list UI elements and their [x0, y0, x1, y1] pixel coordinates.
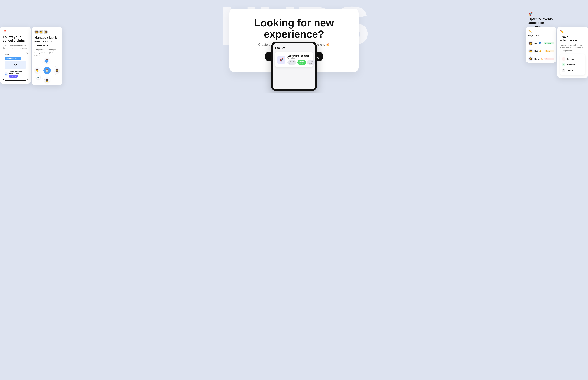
reg-avatar-hadi: 👨: [528, 49, 533, 53]
edit-badge: ✎: [45, 59, 48, 63]
attendance-icon: ✏️: [560, 30, 585, 34]
attendance-description: Know who's attending your events and uti…: [560, 44, 585, 52]
clubs-phone-mockup: Clubs Azenda School 📍 <> <> Google Devel…: [3, 52, 28, 80]
events-header: Events: [275, 46, 313, 50]
registrant-row-afaf: 👩 Afaf 💙 Accepted: [526, 39, 556, 47]
att-row-rejected: ✕ Rejected: [562, 56, 583, 62]
event-status-coming-soon-left: Coming so...: [287, 60, 296, 65]
reg-name-afaf: Afaf 💙: [534, 42, 542, 44]
att-row-waiting: ⏱ Waiting: [562, 67, 583, 73]
orbit-dot-top: 👩 ✎: [44, 58, 50, 63]
rejected-label: Rejected: [567, 58, 574, 60]
member-avatars: 🧑 👩 🧔: [35, 30, 59, 34]
reg-avatar-nawaf: 🧔: [528, 57, 533, 61]
orbit-dot-left: 👨: [35, 68, 40, 73]
event-name: Let's Paint Together: [287, 55, 315, 57]
waiting-icon: ⏱: [562, 69, 565, 72]
azenda-bubble: Azenda School 📍: [5, 57, 21, 60]
page-wrapper: HUBS Looking for new experience? Create …: [0, 0, 588, 93]
event-image: 🚀: [277, 56, 285, 64]
rocket-icon: 🚀: [529, 12, 553, 16]
avatar-3: 🧔: [44, 30, 48, 34]
registrants-label: Registrants: [528, 34, 554, 37]
event-type: Workshop: [287, 57, 315, 59]
club-card-mini: <> Google Developer Student Club Follow: [5, 70, 26, 78]
reg-status-hadi: Pending: [545, 50, 554, 52]
att-row-attended: ✓ Attended: [562, 62, 583, 67]
reg-avatar-afaf: 👩: [528, 41, 533, 45]
waiting-label: Waiting: [567, 69, 573, 71]
follow-clubs-description: Stay updated with new clubs that take pl…: [3, 44, 28, 50]
registrant-row-hadi: 👨 Hadi 👍 Pending: [526, 47, 556, 55]
event-status-open: Open now: [297, 60, 306, 65]
follow-button[interactable]: Follow: [9, 75, 18, 78]
attendance-inner-card: ✕ Rejected ✓ Attended ⏱ Waiting: [560, 54, 585, 75]
registrants-header: ✏️ Registrants: [526, 27, 556, 39]
orbit-center-home: 🏠: [43, 67, 51, 74]
registrant-row-nawaf: 🧔 Nawaf 🔥 Rejected: [526, 55, 556, 63]
attended-label: Attended: [567, 64, 575, 66]
clubs-label: Clubs: [5, 54, 26, 56]
reg-status-afaf: Accepted: [544, 42, 554, 44]
events-phone-outer: Events 🚀 Let's Paint Together Workshop C…: [271, 42, 317, 91]
orbit-dot-bottom: 🧑: [44, 78, 50, 83]
club-logo: <>: [5, 72, 8, 76]
volume-badge: 🔈: [36, 75, 40, 79]
avatar-1: 🧑: [35, 30, 39, 34]
club-name: Google Developer Student Club: [9, 71, 26, 74]
manage-clubs-description: Add your team to help you managing club …: [35, 48, 59, 57]
panel-manage-clubs: 🧑 👩 🧔 Manage club & events with members …: [32, 27, 62, 85]
reg-status-nawaf: Rejected: [544, 57, 554, 60]
event-info: Let's Paint Together Workshop Coming so.…: [287, 55, 315, 65]
edit-icon-registrants: ✏️: [528, 29, 554, 33]
attended-icon: ✓: [562, 63, 565, 66]
panel-follow-clubs: 📍 Follow your school's clubs Stay update…: [0, 27, 31, 84]
panel-registrants: ✏️ Registrants 👩 Afaf 💙 Accepted 👨 Hadi …: [526, 27, 556, 63]
manage-clubs-title: Manage club & events with members: [35, 36, 59, 47]
rejected-icon: ✕: [562, 57, 565, 61]
event-status-coming-soon-right: ...ming soon: [307, 60, 315, 65]
pin-icon: 📍: [3, 30, 28, 34]
panel-events: Events 🚀 Let's Paint Together Workshop C…: [271, 42, 317, 91]
orbit-dot-right: 🧔: [54, 68, 59, 73]
apple-icon: : [269, 55, 270, 58]
reg-name-nawaf: Nawaf 🔥: [534, 58, 543, 60]
map-placeholder: <>: [5, 61, 26, 69]
attendance-title: Track attendance: [560, 35, 585, 42]
reg-name-hadi: Hadi 👍: [534, 50, 543, 52]
avatar-2: 👩: [39, 30, 43, 34]
follow-clubs-title: Follow your school's clubs: [3, 35, 28, 43]
event-card: 🚀 Let's Paint Together Workshop Coming s…: [275, 52, 313, 67]
events-phone-inner: Events 🚀 Let's Paint Together Workshop C…: [273, 43, 315, 89]
panel-track-attendance: ✏️ Track attendance Know who's attending…: [557, 27, 588, 78]
main-title: Looking for new experience?: [238, 17, 350, 40]
orbit-diagram: 🏠 👩 ✎ 🧔 🧑 👨 🔈: [36, 59, 58, 82]
